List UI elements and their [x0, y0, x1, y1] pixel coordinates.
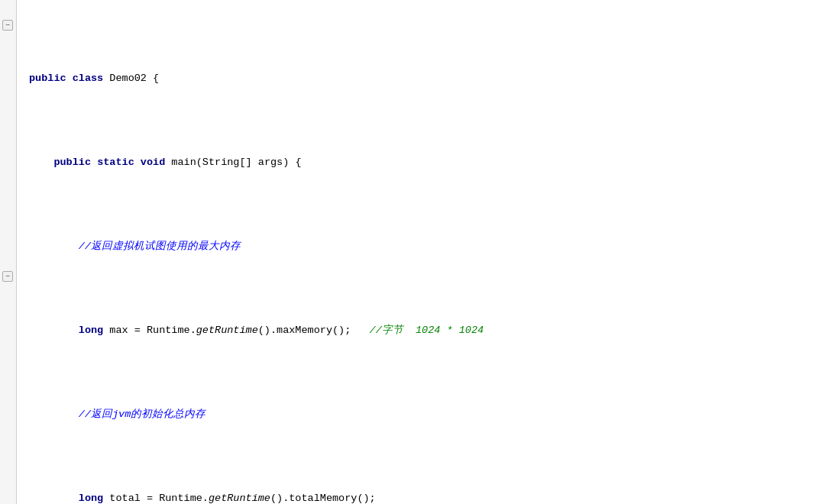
line-4: long max = Runtime.getRuntime().maxMemor…: [29, 322, 822, 339]
editor: − − public class Demo02 { public static …: [0, 0, 822, 504]
line-5: //返回jvm的初始化总内存: [29, 406, 822, 423]
gutter-area: − −: [0, 0, 17, 504]
line-1: public class Demo02 {: [29, 70, 822, 87]
code-area: public class Demo02 { public static void…: [17, 0, 822, 504]
fold-button-2[interactable]: −: [2, 271, 13, 282]
line-3: //返回虚拟机试图使用的最大内存: [29, 238, 822, 255]
keyword-public: public: [29, 70, 73, 87]
keyword-class: class: [73, 70, 110, 87]
line-2: public static void main(String[] args) {: [29, 154, 822, 171]
line-6: long total = Runtime.getRuntime().totalM…: [29, 490, 822, 504]
code-block: public class Demo02 { public static void…: [17, 0, 822, 504]
fold-button-1[interactable]: −: [2, 20, 13, 31]
classname: Demo02 {: [109, 70, 159, 87]
